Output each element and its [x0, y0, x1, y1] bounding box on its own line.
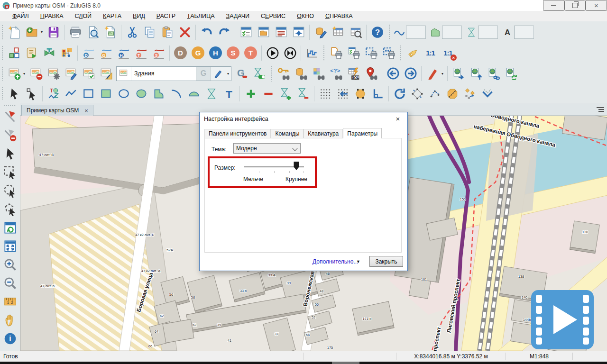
- navigate-forward-button[interactable]: [402, 65, 419, 82]
- group-style-remove-button[interactable]: G: [233, 65, 250, 82]
- group-objects-tool-button[interactable]: T: [45, 85, 62, 102]
- mode-h-button[interactable]: H: [207, 44, 224, 62]
- menu-задачи[interactable]: ЗАДАЧИ: [221, 13, 255, 19]
- add-layer-dropdown-caret[interactable]: ▾: [23, 72, 27, 76]
- merge-nodes-button[interactable]: [461, 85, 478, 102]
- zoom-in-button[interactable]: [1, 256, 18, 273]
- menu-сервис[interactable]: СЕРВИС: [255, 13, 291, 19]
- dialog-tab-inactive[interactable]: Клавиатура: [304, 129, 343, 138]
- chart-d-button[interactable]: D: [80, 44, 97, 62]
- draw-polyline-button[interactable]: [63, 85, 79, 102]
- new-document-button[interactable]: [6, 23, 22, 41]
- remove-layer-button[interactable]: [28, 65, 44, 82]
- help-button[interactable]: ?: [369, 23, 386, 41]
- address-search-button[interactable]: [363, 65, 379, 82]
- print-selection-button[interactable]: [363, 44, 379, 62]
- undo-button[interactable]: [198, 23, 215, 41]
- print-list-button[interactable]: [345, 44, 362, 62]
- remove-object-button[interactable]: [260, 85, 276, 102]
- menu-таблица[interactable]: ТАБЛИЦА: [181, 13, 221, 19]
- cut-polygon-button[interactable]: [444, 85, 460, 102]
- text-style-picker[interactable]: A: [502, 26, 536, 39]
- menu-окно[interactable]: ОКНО: [291, 13, 320, 19]
- dialog-tab-active[interactable]: Параметры: [343, 128, 382, 138]
- label-tool-button[interactable]: [405, 44, 421, 62]
- dialog-close-button[interactable]: ×: [389, 113, 406, 124]
- text-style-picker-preview[interactable]: [514, 26, 534, 39]
- print-region-button[interactable]: [380, 44, 397, 62]
- dialog-tab-inactive[interactable]: Панели инструментов: [204, 129, 271, 138]
- size-slider-thumb[interactable]: [294, 162, 299, 170]
- database-search-button[interactable]: [293, 65, 309, 82]
- scale-1-1-button[interactable]: 1:1: [422, 44, 439, 62]
- paste-button[interactable]: [159, 23, 175, 41]
- add-object-button[interactable]: [242, 85, 259, 102]
- select-element-tool-button[interactable]: [23, 85, 40, 102]
- network-editor-button[interactable]: [58, 44, 75, 62]
- advanced-caret-icon[interactable]: ▼: [356, 259, 360, 264]
- restore-button[interactable]: [564, 0, 586, 11]
- advanced-link[interactable]: Дополнительно...: [313, 258, 358, 265]
- chart-g-button[interactable]: G: [98, 44, 114, 62]
- edit-layer-button[interactable]: [63, 65, 79, 82]
- report-button[interactable]: [102, 23, 119, 41]
- pan-button[interactable]: [1, 312, 18, 329]
- sync-map-button[interactable]: [503, 65, 519, 82]
- edit-polygon-nodes-button[interactable]: [352, 85, 368, 102]
- navigate-back-button[interactable]: [385, 65, 401, 82]
- key-search-button[interactable]: [275, 65, 292, 82]
- toolbar-drag-handle[interactable]: [388, 24, 390, 40]
- histogram-button[interactable]: [304, 44, 320, 62]
- play-button[interactable]: [264, 44, 281, 62]
- active-layer-combo[interactable]: ЗданияG▾: [116, 66, 231, 81]
- sql-query-button[interactable]: SQL: [345, 65, 362, 82]
- print-button[interactable]: [67, 23, 83, 41]
- map-tab-close-icon[interactable]: ×: [84, 107, 88, 114]
- line-style-picker-preview[interactable]: [406, 26, 426, 39]
- rotate-object-button[interactable]: [391, 85, 408, 102]
- minimize-button[interactable]: [543, 0, 564, 11]
- layers-window-button[interactable]: [255, 23, 272, 41]
- symbol-visibility-toggle-button[interactable]: [251, 65, 267, 82]
- draw-ellipse-button[interactable]: [115, 85, 132, 102]
- edit-layer-vertices-button[interactable]: [98, 65, 114, 82]
- object-info-button[interactable]: i: [1, 330, 18, 347]
- toolbar-drag-handle[interactable]: [323, 45, 325, 61]
- new-table-button[interactable]: [330, 23, 346, 41]
- print-document-button[interactable]: [328, 44, 344, 62]
- chart-t-button[interactable]: T: [133, 44, 149, 62]
- select-rectangle-button[interactable]: [1, 164, 18, 181]
- open-map-button[interactable]: [23, 23, 40, 41]
- draw-arc-button[interactable]: [168, 85, 184, 102]
- ortho-mode-button[interactable]: [369, 85, 386, 102]
- menu-карта[interactable]: КАРТА: [97, 13, 127, 19]
- close-button[interactable]: ×: [586, 0, 607, 11]
- snap-to-grid-button[interactable]: [334, 85, 351, 102]
- select-circle-button[interactable]: [1, 182, 18, 200]
- apply-layer-edits-button[interactable]: [80, 65, 97, 82]
- move-along-path-button[interactable]: [426, 85, 443, 102]
- chart-h-button[interactable]: H: [115, 44, 132, 62]
- toolbar-drag-handle[interactable]: [400, 45, 402, 61]
- menu-вид[interactable]: ВИД: [127, 13, 151, 19]
- layer-g-style-button[interactable]: G: [196, 67, 211, 81]
- marker-tool-button[interactable]: [424, 65, 441, 82]
- mode-s-button[interactable]: S: [225, 44, 241, 62]
- zoom-out-button[interactable]: [1, 275, 18, 292]
- layer-properties-button[interactable]: [45, 65, 62, 82]
- line-style-picker[interactable]: [394, 26, 428, 39]
- edit-database-button[interactable]: [312, 23, 329, 41]
- legend-window-button[interactable]: [273, 23, 289, 41]
- symbol-style-picker-preview[interactable]: [478, 26, 498, 39]
- menu-растр[interactable]: РАСТР: [151, 13, 181, 19]
- remove-flag-button[interactable]: [1, 127, 18, 144]
- layer-edit-pencil-button[interactable]: [211, 67, 225, 81]
- draw-filled-arc-button[interactable]: [185, 85, 202, 102]
- refresh-map-button[interactable]: [1, 219, 18, 237]
- chart-s-button[interactable]: S: [150, 44, 167, 62]
- redo-button[interactable]: [216, 23, 232, 41]
- draw-filled-rectangle-button[interactable]: [98, 85, 114, 102]
- map-search-button[interactable]: [310, 65, 327, 82]
- video-play-button[interactable]: [531, 290, 594, 349]
- navigator-window-button[interactable]: [290, 23, 307, 41]
